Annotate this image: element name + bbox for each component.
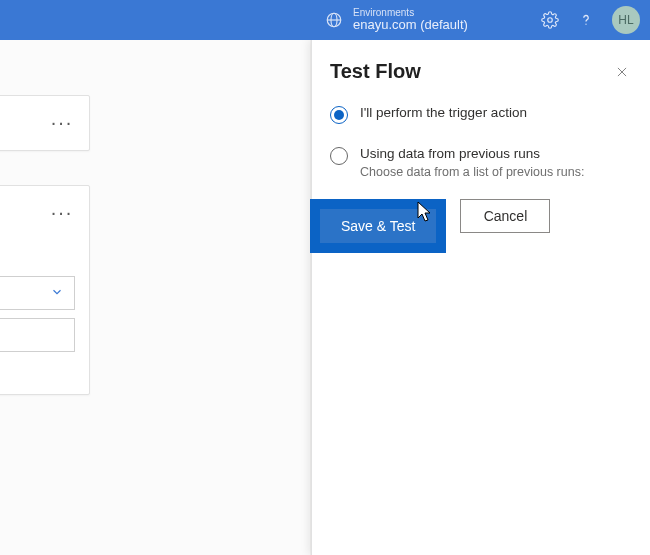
save-test-button[interactable]: Save & Test <box>320 209 436 243</box>
svg-point-4 <box>585 23 586 24</box>
flow-step-card[interactable]: ··· <box>0 95 90 151</box>
radio-perform[interactable] <box>330 106 348 124</box>
radio-perform-label: I'll perform the trigger action <box>360 105 527 120</box>
radio-option-previous[interactable]: Using data from previous runs Choose dat… <box>330 146 630 179</box>
flow-action-card[interactable]: ··· <box>0 185 90 395</box>
radio-previous[interactable] <box>330 147 348 165</box>
env-label: Environments <box>353 7 468 18</box>
button-row: Save & Test Cancel <box>330 199 630 253</box>
help-icon[interactable] <box>576 10 596 30</box>
avatar[interactable]: HL <box>612 6 640 34</box>
radio-previous-sub: Choose data from a list of previous runs… <box>360 165 584 179</box>
test-flow-panel: Test Flow I'll perform the trigger actio… <box>311 40 650 555</box>
globe-icon <box>325 11 343 29</box>
environment-picker[interactable]: Environments enayu.com (default) <box>325 7 468 32</box>
cancel-button[interactable]: Cancel <box>460 199 550 233</box>
radio-option-perform[interactable]: I'll perform the trigger action <box>330 105 630 124</box>
more-icon[interactable]: ··· <box>45 110 79 134</box>
env-value: enayu.com (default) <box>353 18 468 32</box>
dropdown-field[interactable] <box>0 276 75 310</box>
svg-point-3 <box>548 18 553 23</box>
gear-icon[interactable] <box>540 10 560 30</box>
flow-canvas: ··· ··· <box>0 40 310 555</box>
more-icon[interactable]: ··· <box>45 200 79 224</box>
panel-title: Test Flow <box>330 60 630 83</box>
text-field[interactable] <box>0 318 75 352</box>
save-test-highlight: Save & Test <box>310 199 446 253</box>
chevron-down-icon <box>48 283 66 301</box>
close-icon[interactable] <box>612 62 632 82</box>
topbar: Environments enayu.com (default) HL <box>0 0 650 40</box>
avatar-initials: HL <box>618 13 633 27</box>
radio-previous-label: Using data from previous runs <box>360 146 584 161</box>
